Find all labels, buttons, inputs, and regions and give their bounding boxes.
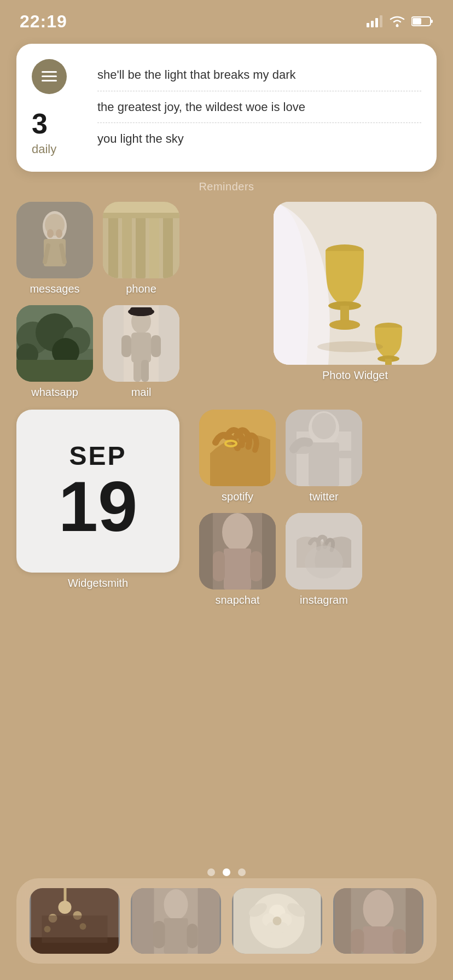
- reminders-count: 3: [32, 109, 48, 138]
- app-item-instagram[interactable]: instagram: [286, 513, 362, 606]
- svg-point-50: [329, 320, 360, 330]
- reminder-item-2: the greatest joy, the wildest woe is lov…: [97, 91, 421, 124]
- page-indicators: [0, 868, 453, 876]
- svg-rect-0: [367, 23, 369, 27]
- svg-rect-39: [121, 335, 131, 357]
- svg-rect-71: [250, 551, 262, 581]
- wifi-icon: [388, 15, 406, 28]
- svg-rect-8: [42, 71, 57, 73]
- app-row-1: messages: [16, 202, 437, 399]
- app-grid-2x2: spotify: [199, 410, 362, 606]
- indicator-dot-3[interactable]: [238, 868, 246, 876]
- app-label-spotify: spotify: [222, 491, 253, 503]
- reminders-widget[interactable]: 3 daily she'll be the light that breaks …: [16, 44, 437, 172]
- app-icon-mail: [103, 305, 179, 382]
- reminder-item-1: she'll be the light that breaks my dark: [97, 59, 421, 91]
- app-label-snapchat: snapchat: [215, 594, 259, 606]
- svg-rect-3: [380, 15, 382, 27]
- svg-point-16: [56, 229, 62, 238]
- app-icon-photo-widget: [274, 202, 437, 365]
- svg-point-86: [164, 889, 188, 920]
- reminders-right: she'll be the light that breaks my dark …: [97, 59, 421, 156]
- reminders-section-label: Reminders: [16, 180, 437, 193]
- app-icon-phone: [103, 202, 179, 278]
- svg-rect-1: [371, 21, 374, 27]
- app-icon-whatsapp: [16, 305, 93, 382]
- svg-point-15: [47, 229, 54, 238]
- reminders-daily-label: daily: [32, 142, 56, 156]
- svg-rect-9: [42, 75, 57, 77]
- app-item-spotify[interactable]: spotify: [199, 410, 276, 503]
- status-time: 22:19: [20, 11, 67, 32]
- svg-rect-2: [375, 18, 378, 27]
- svg-rect-70: [213, 551, 225, 581]
- small-grid-row-1: messages: [16, 202, 179, 295]
- svg-rect-104: [351, 929, 364, 954]
- app-icon-twitter: [286, 410, 362, 486]
- status-icons: [367, 15, 433, 28]
- svg-rect-6: [431, 20, 433, 23]
- dock-item-1[interactable]: [30, 888, 120, 954]
- svg-point-68: [222, 513, 253, 551]
- svg-rect-44: [130, 307, 152, 315]
- app-item-photo-widget[interactable]: Photo Widget: [274, 202, 437, 382]
- app-item-snapchat[interactable]: snapchat: [199, 513, 276, 606]
- app-label-messages: messages: [30, 283, 79, 295]
- app-label-twitter: twitter: [309, 491, 338, 503]
- svg-point-74: [305, 546, 343, 579]
- status-bar: 22:19: [0, 0, 453, 33]
- app-item-phone[interactable]: phone: [103, 202, 179, 295]
- svg-rect-41: [133, 360, 141, 382]
- svg-rect-42: [141, 360, 149, 382]
- svg-rect-83: [42, 915, 108, 943]
- app-icon-snapchat: [199, 513, 276, 590]
- svg-rect-63: [309, 442, 339, 486]
- app-item-widgetsmith[interactable]: SEP 19 Widgetsmith: [16, 410, 179, 606]
- svg-point-4: [396, 25, 399, 27]
- app-row-2: SEP 19 Widgetsmith: [16, 410, 437, 606]
- svg-rect-34: [16, 360, 93, 382]
- svg-rect-26: [103, 213, 179, 218]
- signal-icon: [367, 15, 383, 27]
- svg-rect-105: [393, 929, 406, 954]
- svg-rect-40: [151, 335, 161, 357]
- calendar-widget: SEP 19: [16, 410, 179, 573]
- widget-container: 3 daily she'll be the light that breaks …: [0, 33, 453, 606]
- app-item-messages[interactable]: messages: [16, 202, 93, 295]
- svg-rect-88: [153, 921, 165, 948]
- calendar-day: 19: [59, 471, 138, 542]
- indicator-dot-2[interactable]: [223, 868, 230, 876]
- dock-item-4[interactable]: [333, 888, 423, 954]
- svg-rect-89: [187, 924, 198, 948]
- svg-rect-65: [338, 451, 354, 458]
- svg-rect-25: [103, 202, 179, 213]
- app-item-mail[interactable]: mail: [103, 305, 179, 399]
- app-label-phone: phone: [126, 283, 156, 295]
- app-icon-messages: [16, 202, 93, 278]
- reminders-left: 3 daily: [32, 59, 86, 156]
- small-grid-row-2: whatsapp: [16, 305, 179, 399]
- indicator-dot-1[interactable]: [207, 868, 215, 876]
- app-label-mail: mail: [131, 386, 152, 399]
- app-label-instagram: instagram: [300, 594, 348, 606]
- svg-rect-87: [164, 918, 188, 954]
- svg-rect-53: [385, 359, 392, 365]
- app-label-whatsapp: whatsapp: [31, 386, 78, 399]
- svg-rect-103: [363, 926, 394, 954]
- app-item-whatsapp[interactable]: whatsapp: [16, 305, 93, 399]
- app-item-twitter[interactable]: twitter: [286, 410, 362, 503]
- dock-item-2[interactable]: [131, 888, 221, 954]
- app-label-photo-widget: Photo Widget: [322, 369, 388, 382]
- reminders-icon: [32, 59, 67, 94]
- svg-point-62: [312, 413, 336, 439]
- battery-icon: [411, 15, 433, 27]
- svg-rect-10: [42, 80, 57, 81]
- app-grid: messages: [16, 193, 437, 606]
- svg-rect-38: [131, 332, 151, 363]
- svg-rect-69: [224, 549, 251, 590]
- app-icon-spotify: [199, 410, 276, 486]
- reminder-item-3: you light the sky: [97, 123, 421, 155]
- svg-point-102: [363, 890, 394, 928]
- dock: [16, 878, 437, 964]
- dock-item-3[interactable]: [232, 888, 322, 954]
